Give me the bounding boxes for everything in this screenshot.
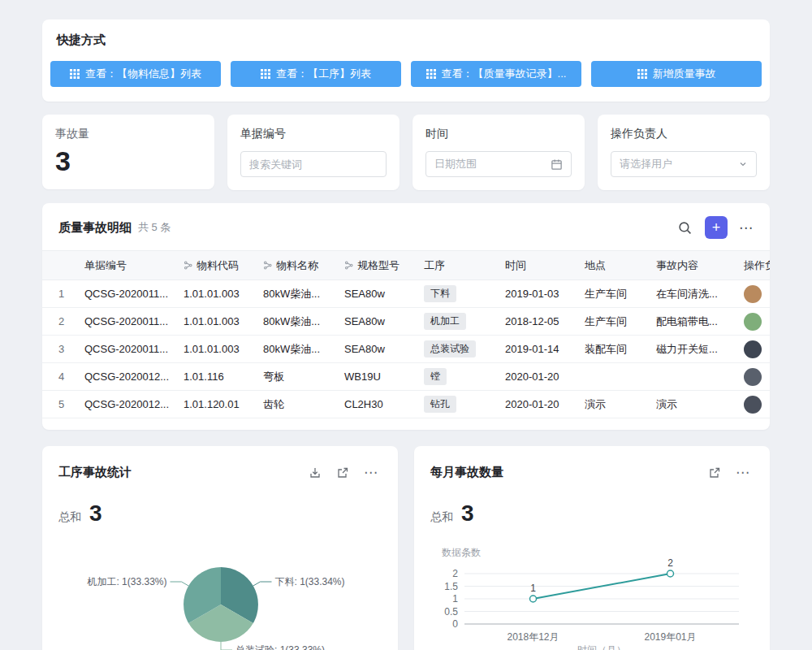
process-tag: 镗 bbox=[424, 368, 447, 385]
pie-label: 机加工: 1(33.33%) bbox=[86, 576, 166, 587]
cell-doc-no: QCSG-2020011... bbox=[75, 280, 174, 308]
cell-spec: WB19U bbox=[335, 363, 414, 391]
stat-label: 事故量 bbox=[55, 127, 201, 141]
table-header-row: 单据编号 物料代码 物料名称 规格型号 工序 时间 地点 事故内容 操作负责人 bbox=[42, 251, 770, 280]
open-external-button[interactable] bbox=[705, 463, 724, 483]
x-axis-name: 时间（月） bbox=[577, 644, 626, 650]
cell-doc-no: QCSG-2020011... bbox=[75, 336, 174, 363]
avatar bbox=[744, 313, 762, 331]
y-tick-label: 1 bbox=[452, 593, 458, 604]
time-filter-card: 时间 日期范围 bbox=[412, 115, 585, 190]
grid-icon bbox=[426, 69, 436, 79]
table-row[interactable]: 4 QCSG-2020012... 1.01.116 弯板 WB19U 镗 20… bbox=[42, 363, 770, 391]
cell-content: 配电箱带电... bbox=[646, 308, 734, 336]
doc-search-input[interactable] bbox=[240, 151, 387, 177]
doc-number-filter-card: 单据编号 bbox=[227, 115, 400, 190]
point-value-label: 1 bbox=[530, 583, 536, 594]
stat-value: 3 bbox=[55, 146, 201, 176]
table-row[interactable]: 2 QCSG-2020011... 1.01.01.003 80kW柴油... … bbox=[42, 308, 770, 336]
table-row[interactable]: 3 QCSG-2020011... 1.01.01.003 80kW柴油... … bbox=[42, 336, 770, 363]
cell-time: 2019-01-03 bbox=[495, 280, 575, 308]
process-tag: 下料 bbox=[424, 285, 456, 302]
cell-time: 2018-12-05 bbox=[495, 308, 575, 336]
point-value-label: 2 bbox=[667, 557, 673, 569]
grid-icon bbox=[70, 69, 80, 79]
filter-label: 时间 bbox=[425, 127, 572, 141]
shortcuts-title: 快捷方式 bbox=[57, 32, 755, 48]
monthly-line-chart: 数据条数00.511.5212018年12月22019年01月时间（月） bbox=[430, 531, 754, 650]
cell-time: 2019-01-14 bbox=[495, 336, 575, 363]
total-label: 总和 bbox=[58, 510, 81, 525]
process-tag: 总装试验 bbox=[424, 340, 476, 358]
external-link-icon bbox=[708, 466, 721, 479]
total-value: 3 bbox=[461, 500, 474, 526]
cell-process: 下料 bbox=[414, 280, 495, 308]
shortcut-label: 查看：【物料信息】列表 bbox=[85, 67, 201, 81]
open-external-button[interactable] bbox=[333, 463, 352, 483]
y-tick-label: 0.5 bbox=[444, 606, 458, 618]
monthly-accident-line-card: 每月事故数量 ⋯ 总和 3 数据条数00.511.5212018年12月2201… bbox=[414, 446, 770, 650]
cell-place: 生产车间 bbox=[575, 280, 646, 308]
table-row[interactable]: 1 QCSG-2020011... 1.01.01.003 80kW柴油... … bbox=[42, 280, 770, 308]
col-material-name: 物料名称 bbox=[253, 251, 335, 280]
avatar bbox=[744, 340, 762, 358]
cell-process: 钻孔 bbox=[414, 391, 495, 418]
col-time: 时间 bbox=[495, 251, 575, 280]
operator-select[interactable]: 请选择用户 bbox=[611, 151, 757, 177]
date-range-input[interactable]: 日期范围 bbox=[425, 151, 572, 177]
table-more-button[interactable]: ⋯ bbox=[739, 219, 754, 236]
grid-icon bbox=[261, 69, 270, 79]
y-tick-label: 1.5 bbox=[444, 581, 458, 592]
filter-label: 单据编号 bbox=[240, 127, 387, 141]
col-doc-no: 单据编号 bbox=[75, 251, 174, 280]
cell-content: 演示 bbox=[646, 391, 734, 418]
external-link-icon bbox=[336, 466, 349, 479]
shortcut-view-process-list-button[interactable]: 查看：【工序】列表 bbox=[231, 61, 401, 87]
record-count: 共 5 条 bbox=[138, 220, 171, 235]
cell-time: 2020-01-20 bbox=[495, 363, 575, 391]
shortcut-label: 查看：【质量事故记录】... bbox=[442, 67, 567, 81]
y-tick-label: 0 bbox=[452, 618, 458, 630]
chart-header: 工序事故统计 ⋯ bbox=[58, 461, 382, 484]
shortcut-add-accident-button[interactable]: 新增质量事故 bbox=[591, 61, 762, 87]
table-row[interactable]: 5 QCSG-2020012... 1.01.120.01 齿轮 CL2H30 … bbox=[42, 391, 770, 418]
shortcut-view-accident-records-button[interactable]: 查看：【质量事故记录】... bbox=[411, 61, 581, 87]
avatar bbox=[744, 396, 762, 414]
download-icon bbox=[309, 466, 322, 479]
col-place: 地点 bbox=[575, 251, 646, 280]
x-tick-label: 2018年12月 bbox=[507, 631, 559, 643]
data-point bbox=[530, 596, 537, 602]
add-record-button[interactable]: + bbox=[705, 216, 728, 239]
col-spec: 规格型号 bbox=[335, 251, 414, 280]
accident-table: 单据编号 物料代码 物料名称 规格型号 工序 时间 地点 事故内容 操作负责人 … bbox=[42, 250, 770, 418]
cell-operator bbox=[734, 280, 770, 308]
table-title: 质量事故明细 bbox=[58, 220, 132, 236]
operator-placeholder: 请选择用户 bbox=[620, 157, 672, 171]
cell-material-code: 1.01.120.01 bbox=[174, 391, 253, 418]
cell-process: 总装试验 bbox=[414, 336, 495, 363]
process-tag: 钻孔 bbox=[424, 396, 456, 413]
accident-detail-table-card: 质量事故明细 共 5 条 + ⋯ 单据编号 物料代码 bbox=[42, 203, 770, 430]
cell-material-name: 80kW柴油... bbox=[253, 336, 335, 363]
cell-spec: SEA80w bbox=[335, 336, 414, 363]
chart-more-button[interactable]: ⋯ bbox=[732, 461, 754, 484]
x-tick-label: 2019年01月 bbox=[644, 631, 696, 643]
shortcut-view-material-list-button[interactable]: 查看：【物料信息】列表 bbox=[50, 61, 221, 87]
chart-more-button[interactable]: ⋯ bbox=[361, 461, 382, 484]
cell-operator bbox=[734, 363, 770, 391]
table-scroll-area[interactable]: 单据编号 物料代码 物料名称 规格型号 工序 时间 地点 事故内容 操作负责人 … bbox=[42, 250, 770, 418]
cell-content bbox=[646, 363, 734, 391]
cell-time: 2020-01-20 bbox=[495, 391, 575, 418]
download-button[interactable] bbox=[305, 463, 325, 483]
cell-place: 装配车间 bbox=[575, 336, 646, 363]
cell-spec: SEA80w bbox=[335, 308, 414, 336]
cell-place: 演示 bbox=[575, 391, 646, 418]
operator-filter-card: 操作负责人 请选择用户 bbox=[598, 115, 770, 190]
date-range-placeholder: 日期范围 bbox=[434, 157, 477, 171]
shortcut-label: 新增质量事故 bbox=[653, 67, 716, 81]
cell-material-name: 80kW柴油... bbox=[253, 280, 335, 308]
avatar bbox=[744, 285, 762, 303]
search-button[interactable] bbox=[675, 218, 695, 238]
linked-field-icon bbox=[344, 261, 353, 270]
line-total-row: 总和 3 bbox=[430, 500, 754, 526]
